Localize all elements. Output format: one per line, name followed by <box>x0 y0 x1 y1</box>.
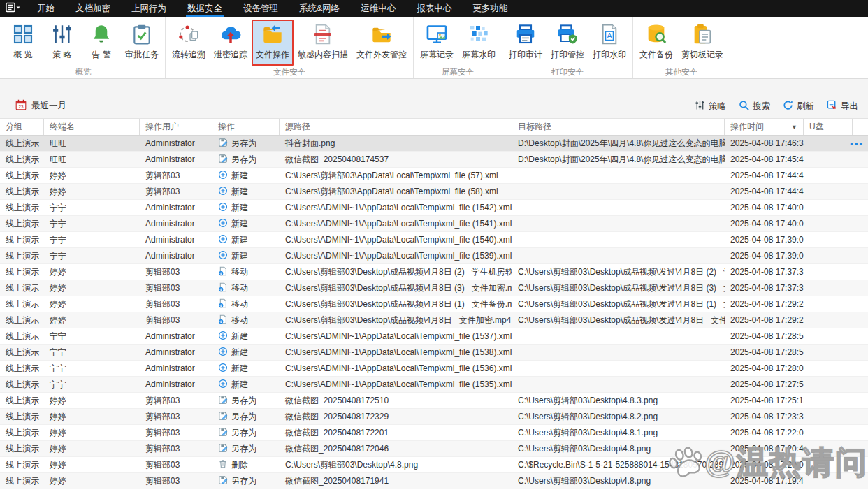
ribbon-button-label: 打印水印 <box>593 49 626 61</box>
table-row[interactable]: 线上演示婷婷剪辑部03移动C:\Users\剪辑部03\Desktop\成品视频… <box>0 296 868 312</box>
filter-dropdown-icon[interactable]: ▼ <box>791 124 797 131</box>
ribbon-button-clipboard[interactable]: 剪切板记录 <box>677 20 728 66</box>
new-icon <box>218 202 228 214</box>
table-row[interactable]: 线上演示宁宁Administrator新建C:\Users\ADMINI~1\A… <box>0 345 868 361</box>
ribbon-button-screen-watermark[interactable]: 屏幕水印 <box>458 20 500 66</box>
menu-item-文档加密[interactable]: 文档加密 <box>65 0 121 17</box>
table-row[interactable]: 线上演示宁宁Administrator新建C:\Users\ADMINI~1\A… <box>0 200 868 216</box>
cell-src: 微信截图_20250408172201 <box>280 427 512 439</box>
op-label: 新建 <box>231 234 248 246</box>
column-header-src[interactable]: 源路径 <box>280 119 512 135</box>
ribbon-button-leak[interactable]: 泄密追踪 <box>210 20 252 66</box>
tool-refresh[interactable]: 刷新 <box>783 100 814 113</box>
ribbon-group-label: 打印安全 <box>505 66 630 81</box>
saveas-icon <box>218 138 228 150</box>
table-tools: 策略搜索刷新导出 <box>695 100 858 113</box>
ribbon-button-outgoing[interactable]: 文件外发管控 <box>352 20 411 66</box>
date-range-filter[interactable]: 23 最近一月 <box>15 99 66 113</box>
cell-user: Administrator <box>140 219 212 229</box>
column-header-udisk[interactable]: U盘 <box>804 119 853 135</box>
move-icon <box>218 314 228 326</box>
cell-dst: D:\Desktop\封面\2025年\四月\4.8\你见过这么变态的电脑监..… <box>512 154 725 166</box>
table-row[interactable]: 线上演示旺旺Administrator另存为抖音封面.pngD:\Desktop… <box>0 136 868 152</box>
table-row[interactable]: 线上演示婷婷剪辑部03新建C:\Users\剪辑部03\AppData\Loca… <box>0 184 868 200</box>
menu-item-更多功能[interactable]: 更多功能 <box>462 0 518 17</box>
cell-terminal: 旺旺 <box>44 138 140 150</box>
table-row[interactable]: 线上演示婷婷剪辑部03移动C:\Users\剪辑部03\Desktop\成品视频… <box>0 280 868 296</box>
column-header-time[interactable]: 操作时间▼ <box>725 119 804 135</box>
filter-toolbar: 23 最近一月 策略搜索刷新导出 <box>0 79 868 119</box>
app-menu-button[interactable] <box>0 0 27 17</box>
ribbon-group-屏幕安全: 屏幕记录屏幕水印屏幕安全 <box>414 17 502 78</box>
menu-item-开始[interactable]: 开始 <box>27 0 65 17</box>
table-row[interactable]: 线上演示婷婷剪辑部03另存为微信截图_20250408172201C:\User… <box>0 425 868 441</box>
tool-search[interactable]: 搜索 <box>739 100 770 113</box>
cell-dst: C:\Users\剪辑部03\Desktop\4.8.3.png <box>512 395 725 407</box>
cell-op: 移动 <box>212 282 280 294</box>
column-header-dst[interactable]: 目标路径 <box>512 119 725 135</box>
op-label: 移动 <box>231 282 248 294</box>
table-row[interactable]: 线上演示婷婷剪辑部03移动C:\Users\剪辑部03\Desktop\成品视频… <box>0 312 868 328</box>
menu-item-系统&网络[interactable]: 系统&网络 <box>289 0 350 17</box>
cell-terminal: 婷婷 <box>44 475 140 487</box>
table-row[interactable]: 线上演示婷婷剪辑部03另存为微信截图_20250408171941C:\User… <box>0 473 868 489</box>
cell-op: 新建 <box>212 331 280 342</box>
table-row[interactable]: 线上演示婷婷剪辑部03另存为微信截图_20250408172329C:\User… <box>0 409 868 425</box>
column-header-user[interactable]: 操作用户 <box>140 119 212 135</box>
column-header-group[interactable]: 分组 <box>0 119 44 135</box>
table-row[interactable]: 线上演示宁宁Administrator新建C:\Users\ADMINI~1\A… <box>0 328 868 345</box>
ribbon-button-alert[interactable]: 告 警 <box>82 20 121 66</box>
cell-dst: C:\$Recycle.Bin\S-1-5-21-525888014-15481… <box>512 460 725 470</box>
ribbon-button-trace[interactable]: 流转追溯 <box>168 20 210 66</box>
table-row[interactable]: 线上演示宁宁Administrator新建C:\Users\ADMINI~1\A… <box>0 377 868 393</box>
ribbon-button-print-audit[interactable]: 打印审计 <box>505 20 547 66</box>
ribbon-button-screen-record[interactable]: 屏幕记录 <box>416 20 458 66</box>
menu-item-报表中心[interactable]: 报表中心 <box>406 0 462 17</box>
cell-terminal: 宁宁 <box>44 218 140 230</box>
ribbon-group-打印安全: 打印审计打印管控A打印水印打印安全 <box>502 17 633 78</box>
leak-icon <box>218 22 243 47</box>
op-label: 另存为 <box>231 395 256 407</box>
table-row[interactable]: 线上演示宁宁Administrator新建C:\Users\ADMINI~1\A… <box>0 248 868 264</box>
table-row[interactable]: 线上演示婷婷剪辑部03移动C:\Users\剪辑部03\Desktop\成品视频… <box>0 264 868 280</box>
new-icon <box>218 331 228 342</box>
ribbon-button-label: 文件操作 <box>256 49 289 61</box>
table-row[interactable]: 线上演示旺旺Administrator另存为微信截图_2025040817453… <box>0 152 868 168</box>
cell-user: 剪辑部03 <box>140 170 212 182</box>
table-row[interactable]: 线上演示婷婷剪辑部03另存为微信截图_20250408172510C:\User… <box>0 393 868 409</box>
cell-terminal: 婷婷 <box>44 395 140 407</box>
table-row[interactable]: 线上演示婷婷剪辑部03删除C:\Users\剪辑部03\Desktop\4.8.… <box>0 457 868 473</box>
ribbon-button-policy[interactable]: 策 略 <box>43 20 82 66</box>
cell-src: 微信截图_20250408172329 <box>280 411 512 423</box>
ribbon-button-scan[interactable]: 敏感内容扫描 <box>294 20 352 66</box>
column-header-terminal[interactable]: 终端名 <box>44 119 140 135</box>
op-label: 新建 <box>231 170 248 182</box>
menu-item-运维中心[interactable]: 运维中心 <box>350 0 406 17</box>
ribbon-button-backup[interactable]: 文件备份 <box>635 20 677 66</box>
menu-item-数据安全[interactable]: 数据安全 <box>177 0 233 17</box>
column-header-op[interactable]: 操作 <box>212 119 280 135</box>
cell-src: C:\Users\ADMINI~1\AppData\Local\Temp\xml… <box>280 347 512 357</box>
menu-item-上网行为[interactable]: 上网行为 <box>121 0 177 17</box>
ribbon-button-file-ops[interactable]: 文件操作 <box>252 20 294 66</box>
cell-time: 2025-04-08 17:20:49 <box>725 444 804 454</box>
move-icon <box>218 266 228 278</box>
cell-op: 新建 <box>212 250 280 262</box>
table-row[interactable]: 线上演示宁宁Administrator新建C:\Users\ADMINI~1\A… <box>0 232 868 248</box>
tool-policy[interactable]: 策略 <box>695 100 726 113</box>
cell-terminal: 婷婷 <box>44 266 140 278</box>
cell-group: 线上演示 <box>0 395 44 407</box>
menu-item-设备管理[interactable]: 设备管理 <box>233 0 289 17</box>
row-actions-menu[interactable]: ••• <box>850 138 864 149</box>
table-row[interactable]: 线上演示婷婷剪辑部03新建C:\Users\剪辑部03\AppData\Loca… <box>0 168 868 184</box>
ribbon-button-overview[interactable]: 概 览 <box>3 20 43 66</box>
tool-export[interactable]: 导出 <box>827 100 858 113</box>
table-row[interactable]: 线上演示婷婷剪辑部03另存为微信截图_20250408172046C:\User… <box>0 441 868 457</box>
ribbon-button-print-watermark[interactable]: A打印水印 <box>588 20 630 66</box>
ribbon-button-approval[interactable]: 审批任务 <box>121 20 163 66</box>
table-row[interactable]: 线上演示宁宁Administrator新建C:\Users\ADMINI~1\A… <box>0 361 868 377</box>
table-row[interactable]: 线上演示宁宁Administrator新建C:\Users\ADMINI~1\A… <box>0 216 868 232</box>
cell-terminal: 宁宁 <box>44 331 140 342</box>
op-label: 另存为 <box>231 443 256 455</box>
ribbon-button-print-control[interactable]: 打印管控 <box>547 20 588 66</box>
